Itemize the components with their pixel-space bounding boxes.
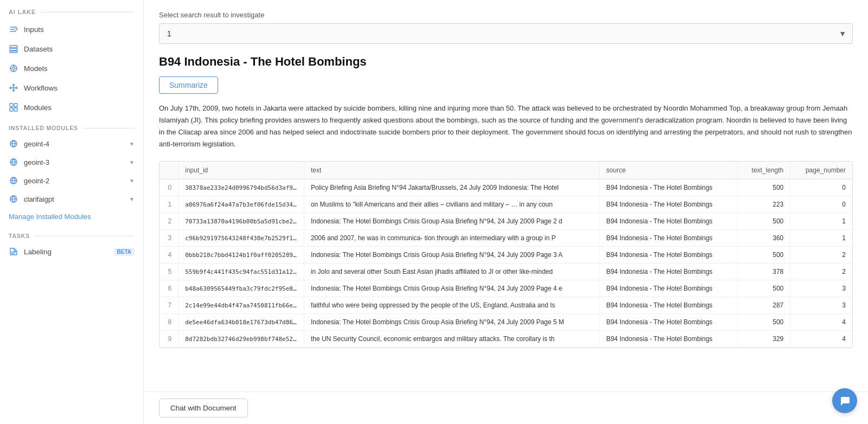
- cell-text-length: 360: [738, 230, 790, 247]
- sidebar-item-datasets[interactable]: Datasets: [0, 39, 143, 59]
- module-clarifaigpt[interactable]: clarifaigpt ▼: [0, 190, 143, 208]
- svg-rect-0: [10, 46, 17, 48]
- cell-input-id: de5ee46dfa634b018e17673db47d869c: [178, 314, 304, 331]
- floating-chat-button[interactable]: [832, 388, 857, 413]
- installed-modules-section: INSTALLED MODULES: [0, 117, 143, 134]
- cell-text-length: 500: [738, 314, 790, 331]
- cell-text: on Muslims to "kill Americans and their …: [304, 196, 599, 213]
- cell-text-length: 287: [738, 297, 790, 314]
- cell-input-id: c96b9291975643248f438e7b2529f191: [178, 230, 304, 247]
- module-geoint-4[interactable]: geoint-4 ▼: [0, 134, 143, 153]
- cell-text: Indonesia: The Hotel Bombings Crisis Gro…: [304, 314, 599, 331]
- svg-point-3: [12, 67, 15, 70]
- table-row: 2 70733a13870a4196b00b5a5d91cbe2b7 Indon…: [159, 213, 852, 230]
- cell-index: 2: [159, 213, 178, 230]
- cell-index: 4: [159, 247, 178, 264]
- cell-input-id: 38378ae233e24d0996794bd56d3af943: [178, 179, 304, 196]
- sidebar-item-models[interactable]: Models: [0, 59, 143, 78]
- table-header-row: input_id text source text_length page_nu…: [159, 162, 852, 179]
- cell-text-length: 500: [738, 179, 790, 196]
- data-table: input_id text source text_length page_nu…: [159, 161, 853, 348]
- workflows-icon: [9, 83, 18, 93]
- cell-source: B94 Indonesia - The Hotel Bombings: [599, 247, 738, 264]
- cell-source: B94 Indonesia - The Hotel Bombings: [599, 264, 738, 280]
- cell-source: B94 Indonesia - The Hotel Bombings: [599, 297, 738, 314]
- sidebar-item-labeling[interactable]: Labeling BETA: [0, 242, 143, 261]
- cell-page-number: 2: [790, 264, 852, 280]
- datasets-label: Datasets: [24, 45, 53, 53]
- geoint4-chevron: ▼: [129, 141, 135, 147]
- module-geoint-3[interactable]: geoint-3 ▼: [0, 153, 143, 171]
- cell-text-length: 500: [738, 247, 790, 264]
- geoint2-chevron: ▼: [129, 178, 135, 184]
- col-header-index: [159, 162, 178, 179]
- sidebar-item-workflows[interactable]: Workflows: [0, 78, 143, 98]
- result-select-wrapper: 1 ▼: [159, 23, 853, 44]
- cell-text: the UN Security Council, economic embarg…: [304, 331, 599, 348]
- summarize-button[interactable]: Summarize: [159, 76, 218, 94]
- sidebar-item-modules[interactable]: Modules: [0, 98, 143, 117]
- geoint3-icon: [9, 157, 18, 167]
- table-row: 4 0bbb218c7bbd4124b1f0aff0205289b6 Indon…: [159, 247, 852, 264]
- cell-source: B94 Indonesia - The Hotel Bombings: [599, 280, 738, 297]
- models-label: Models: [24, 65, 48, 73]
- modules-label: Modules: [24, 104, 52, 112]
- cell-index: 3: [159, 230, 178, 247]
- cell-text-length: 500: [738, 280, 790, 297]
- cell-text: Indonesia: The Hotel Bombings Crisis Gro…: [304, 280, 599, 297]
- cell-source: B94 Indonesia - The Hotel Bombings: [599, 230, 738, 247]
- cell-text-length: 329: [738, 331, 790, 348]
- cell-index: 5: [159, 264, 178, 280]
- cell-input-id: 559b9f4c441f435c94fac551d31a12bd: [178, 264, 304, 280]
- table-row: 8 de5ee46dfa634b018e17673db47d869c Indon…: [159, 314, 852, 331]
- col-header-input-id: input_id: [178, 162, 304, 179]
- tasks-section: TASKS: [0, 225, 143, 242]
- col-header-page-number: page_number: [790, 162, 852, 179]
- col-header-text: text: [304, 162, 599, 179]
- svg-rect-12: [14, 108, 17, 111]
- cell-source: B94 Indonesia - The Hotel Bombings: [599, 314, 738, 331]
- sidebar-item-inputs[interactable]: Inputs: [0, 20, 143, 39]
- cell-source: B94 Indonesia - The Hotel Bombings: [599, 196, 738, 213]
- cell-page-number: 3: [790, 297, 852, 314]
- manage-installed-modules-link[interactable]: Manage Installed Modules: [0, 208, 143, 225]
- table-row: 3 c96b9291975643248f438e7b2529f191 2006 …: [159, 230, 852, 247]
- clarifaigpt-chevron: ▼: [129, 196, 135, 202]
- cell-text: Indonesia: The Hotel Bombings Crisis Gro…: [304, 213, 599, 230]
- cell-input-id: 8d7282bdb32746d29eb998bf748e522d: [178, 331, 304, 348]
- chat-with-document-button[interactable]: Chat with Document: [159, 399, 248, 417]
- cell-index: 6: [159, 280, 178, 297]
- cell-text: 2006 and 2007, he was in communica- tion…: [304, 230, 599, 247]
- datasets-icon: [9, 44, 18, 54]
- cell-text: in Jolo and several other South East Asi…: [304, 264, 599, 280]
- col-header-source: source: [599, 162, 738, 179]
- table-scroll[interactable]: input_id text source text_length page_nu…: [159, 162, 852, 348]
- labeling-label: Labeling: [24, 248, 52, 256]
- geoint3-chevron: ▼: [129, 159, 135, 165]
- sidebar: AI LAKE Inputs Datasets Mo: [0, 0, 144, 424]
- labeling-icon: [9, 247, 18, 256]
- cell-input-id: 2c14e99e44db4f47aa7450811fb66eda: [178, 297, 304, 314]
- result-select[interactable]: 1: [159, 23, 853, 44]
- cell-page-number: 1: [790, 213, 852, 230]
- table-row: 5 559b9f4c441f435c94fac551d31a12bd in Jo…: [159, 264, 852, 280]
- cell-index: 0: [159, 179, 178, 196]
- svg-rect-11: [10, 108, 13, 111]
- table-row: 0 38378ae233e24d0996794bd56d3af943 Polic…: [159, 179, 852, 196]
- cell-page-number: 4: [790, 331, 852, 348]
- doc-title: B94 Indonesia - The Hotel Bombings: [159, 55, 853, 69]
- cell-source: B94 Indonesia - The Hotel Bombings: [599, 213, 738, 230]
- cell-text-length: 223: [738, 196, 790, 213]
- models-icon: [9, 63, 18, 73]
- content-area: Select search result to investigate 1 ▼ …: [144, 0, 868, 391]
- clarifaigpt-label: clarifaigpt: [24, 195, 54, 203]
- module-geoint-2[interactable]: geoint-2 ▼: [0, 171, 143, 190]
- bottom-bar: Chat with Document: [144, 391, 868, 424]
- cell-text-length: 500: [738, 213, 790, 230]
- svg-rect-1: [10, 48, 17, 50]
- inputs-icon: [9, 24, 18, 34]
- svg-rect-9: [10, 104, 13, 107]
- table-body: 0 38378ae233e24d0996794bd56d3af943 Polic…: [159, 179, 852, 348]
- table-row: 9 8d7282bdb32746d29eb998bf748e522d the U…: [159, 331, 852, 348]
- cell-input-id: b48a6309565449fba3c79fdc2f95e88f: [178, 280, 304, 297]
